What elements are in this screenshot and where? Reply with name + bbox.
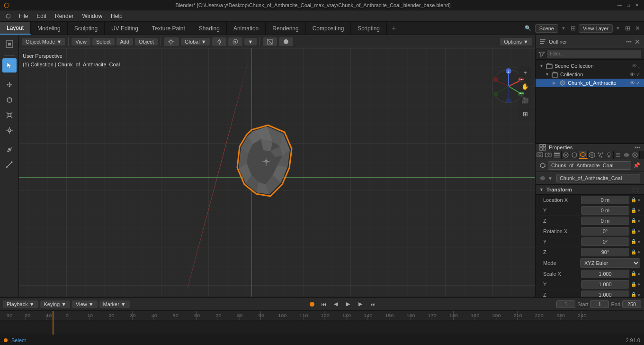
- tab-texture-paint[interactable]: Texture Paint: [145, 22, 192, 35]
- playback-menu[interactable]: Playback ▼: [3, 300, 38, 308]
- view-menu[interactable]: View: [72, 38, 90, 45]
- rotation-x-lock[interactable]: 🔒: [631, 228, 636, 234]
- marker-menu[interactable]: Marker ▼: [99, 300, 130, 308]
- tab-compositing[interactable]: Compositing: [306, 22, 351, 35]
- pivot-menu[interactable]: [164, 37, 179, 46]
- prop-tab-output[interactable]: [544, 151, 553, 159]
- minimize-button[interactable]: —: [617, 2, 623, 9]
- scene-selector[interactable]: Scene: [535, 24, 558, 33]
- frame-back-button[interactable]: ◀: [331, 299, 341, 309]
- timeline-content[interactable]: -30 -20 -10 0 10 20 30 40 50: [0, 311, 644, 335]
- outliner-search[interactable]: [547, 50, 641, 58]
- view-layer-selector[interactable]: View Layer: [579, 24, 613, 33]
- outliner-menu-icon[interactable]: [626, 39, 632, 45]
- rotate-tool[interactable]: [2, 93, 17, 107]
- prop-tab-modifier[interactable]: [588, 151, 596, 159]
- rotation-y-animate[interactable]: ●: [637, 239, 640, 244]
- tab-scripting[interactable]: Scripting: [351, 22, 387, 35]
- end-frame-input[interactable]: 250: [622, 300, 641, 308]
- frame-forward-button[interactable]: ▶: [355, 299, 366, 309]
- add-workspace-button[interactable]: +: [387, 22, 401, 35]
- snap-toggle[interactable]: [212, 37, 226, 46]
- location-y-value[interactable]: 0 m: [581, 206, 629, 215]
- timeline-view-menu[interactable]: View ▼: [72, 300, 98, 308]
- transform-section-header[interactable]: ▼ Transform ⋮⋮: [536, 185, 644, 195]
- prop-tab-data[interactable]: [622, 151, 631, 159]
- pan-button[interactable]: ✋: [519, 80, 531, 92]
- rotation-mode-select[interactable]: XYZ Euler XZY Euler YXZ Euler YZX Euler …: [580, 258, 640, 268]
- zoom-in-button[interactable]: +: [519, 66, 531, 79]
- play-button[interactable]: ▶: [343, 299, 353, 309]
- scale-y-value[interactable]: 1.000: [581, 280, 629, 289]
- prop-tab-view-layer[interactable]: [553, 151, 562, 159]
- transform-options-icon[interactable]: ⋮⋮: [631, 187, 640, 192]
- jump-end-button[interactable]: ⏭: [367, 299, 378, 309]
- tab-modeling[interactable]: Modeling: [31, 22, 68, 35]
- measure-tool[interactable]: [2, 158, 17, 172]
- outliner-close-icon[interactable]: [635, 39, 640, 45]
- tree-scene-collection[interactable]: ▼ Scene Collection 👁 ↓: [536, 62, 644, 70]
- menu-window[interactable]: Window: [78, 12, 106, 20]
- menu-edit[interactable]: Edit: [33, 12, 50, 20]
- camera-button[interactable]: 🎥: [519, 94, 531, 106]
- rotation-z-lock[interactable]: 🔒: [631, 249, 636, 254]
- scene-visible-icon[interactable]: 👁: [632, 63, 637, 69]
- mesh-name-input[interactable]: [556, 174, 640, 182]
- pin-icon[interactable]: 📌: [633, 162, 640, 169]
- transform-tool[interactable]: [2, 123, 17, 137]
- tree-chunk-object[interactable]: ▶ Chunk_of_Anthracite 👁 ✓: [536, 79, 644, 87]
- scale-tool[interactable]: [2, 108, 17, 122]
- properties-menu-icon[interactable]: [635, 145, 640, 150]
- prop-tab-object[interactable]: [579, 151, 588, 159]
- menu-help[interactable]: Help: [107, 12, 126, 20]
- tab-rendering[interactable]: Rendering: [266, 22, 305, 35]
- scale-z-animate[interactable]: ●: [637, 292, 640, 297]
- scale-y-animate[interactable]: ●: [637, 281, 640, 287]
- shading-toggle-solid[interactable]: [279, 37, 293, 46]
- location-y-animate[interactable]: ●: [637, 208, 640, 213]
- rotation-y-lock[interactable]: 🔒: [631, 239, 636, 244]
- prop-tab-particles[interactable]: [596, 151, 605, 159]
- proportional-edit[interactable]: [228, 37, 242, 46]
- scale-z-value[interactable]: 1.000: [581, 291, 629, 297]
- prop-tab-render[interactable]: [536, 151, 544, 159]
- collection-visible-icon[interactable]: 👁: [630, 72, 635, 78]
- location-z-animate[interactable]: ●: [637, 218, 640, 223]
- scale-x-animate[interactable]: ●: [637, 271, 640, 276]
- tab-animation[interactable]: Animation: [227, 22, 266, 35]
- location-x-animate[interactable]: ●: [637, 197, 640, 202]
- rotation-z-value[interactable]: 90°: [581, 248, 629, 256]
- menu-blender[interactable]: ⬡: [2, 12, 14, 20]
- tab-uv-editing[interactable]: UV Editing: [105, 22, 145, 35]
- jump-start-button[interactable]: ⏮: [318, 299, 329, 309]
- annotate-tool[interactable]: [2, 143, 17, 157]
- mesh-dropdown-icon[interactable]: ▼: [548, 176, 553, 181]
- prop-tab-world[interactable]: [570, 151, 579, 159]
- keying-menu[interactable]: Keying ▼: [40, 300, 71, 308]
- object-menu[interactable]: Object: [135, 38, 158, 45]
- object-mode-button[interactable]: Object Mode ▼: [22, 38, 65, 45]
- menu-render[interactable]: Render: [51, 12, 77, 20]
- close-button[interactable]: ✕: [634, 2, 640, 9]
- prop-tab-physics[interactable]: [605, 151, 614, 159]
- chunk-visible-icon[interactable]: 👁: [630, 80, 635, 86]
- maximize-button[interactable]: □: [625, 2, 632, 9]
- tab-layout[interactable]: Layout: [0, 22, 31, 35]
- location-x-lock[interactable]: 🔒: [631, 197, 636, 202]
- scale-x-value[interactable]: 1.000: [581, 270, 629, 278]
- options-menu[interactable]: Options ▼: [500, 38, 532, 45]
- location-x-value[interactable]: 0 m: [581, 196, 629, 204]
- move-tool[interactable]: [2, 78, 17, 92]
- shading-toggle-wire[interactable]: [263, 37, 277, 46]
- rotation-x-value[interactable]: 0°: [581, 227, 629, 236]
- rotation-z-animate[interactable]: ●: [637, 249, 640, 254]
- location-z-lock[interactable]: 🔒: [631, 218, 636, 223]
- transform-orientation[interactable]: Global ▼: [181, 38, 210, 45]
- rotation-y-value[interactable]: 0°: [581, 237, 629, 246]
- location-y-lock[interactable]: 🔒: [631, 208, 636, 213]
- scene-select-icon[interactable]: ↓: [638, 63, 641, 69]
- location-z-value[interactable]: 0 m: [581, 217, 629, 225]
- grid-button[interactable]: ⊞: [519, 108, 531, 120]
- current-frame-input[interactable]: 1: [556, 300, 575, 308]
- collection-check-icon[interactable]: ✓: [636, 72, 640, 78]
